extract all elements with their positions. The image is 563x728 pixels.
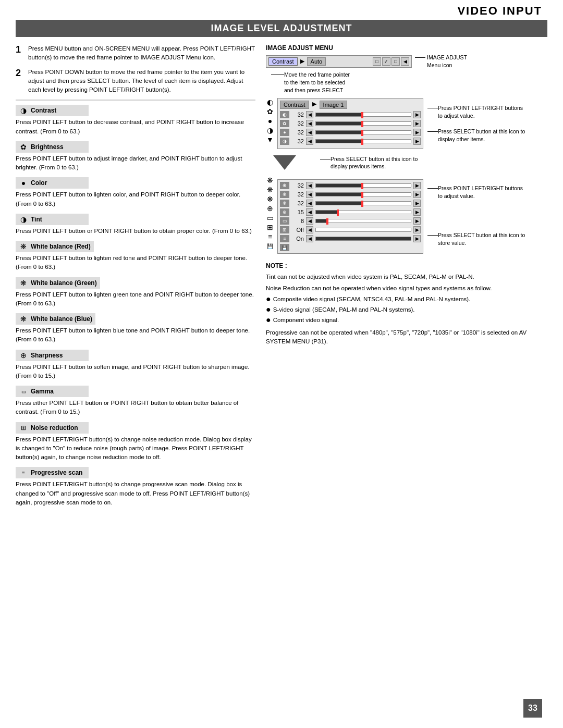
tint-icon: ◑: [19, 215, 28, 224]
progressive-scan-icon: ≡: [19, 468, 28, 477]
nav-icon-b3[interactable]: ❋: [266, 195, 274, 203]
row-dec-btn-0[interactable]: ◀: [306, 111, 313, 118]
row-dec-b2[interactable]: ◀: [306, 200, 313, 207]
row-dec-b5[interactable]: ◀: [306, 226, 313, 233]
row-dec-btn-1[interactable]: ◀: [306, 120, 313, 127]
menu-btn-3[interactable]: □: [391, 57, 400, 66]
item-progressive-scan: ≡ Progressive scan Press POINT LEFT/RIGH…: [16, 467, 255, 507]
nav-icon-1[interactable]: ◐: [266, 98, 274, 106]
row-inc-b5[interactable]: ▶: [413, 226, 421, 233]
contrast-icon: ◑: [19, 106, 28, 115]
row-dec-b6[interactable]: ◀: [306, 235, 313, 242]
item-tint: ◑ Tint Press POINT LEFT button or POINT …: [16, 214, 255, 236]
row-inc-b1[interactable]: ▶: [413, 191, 421, 198]
menu-btn-4[interactable]: ◀: [401, 57, 409, 66]
row-dec-b4[interactable]: ◀: [306, 217, 313, 225]
nav-icon-2[interactable]: ✿: [266, 107, 274, 116]
store-icon[interactable]: 💾: [280, 244, 289, 251]
bullet-text-2: Component video signal.: [273, 316, 339, 325]
row-inc-b4[interactable]: ▶: [413, 217, 421, 225]
gamma-label: Gamma: [31, 388, 54, 395]
note-line-0: Tint can not be adjusted when video syst…: [266, 273, 547, 281]
nav-icon-b4[interactable]: ⊕: [266, 204, 274, 213]
row-value-b5: Off: [291, 227, 304, 233]
noise-reduction-icon: ⊞: [19, 423, 28, 433]
nav-icon-b8[interactable]: 💾: [266, 242, 274, 250]
item-white-green: ❋ White balance (Green) Press POINT LEFT…: [16, 277, 255, 309]
row-dec-b3[interactable]: ◀: [306, 208, 313, 216]
row-inc-btn-0[interactable]: ▶: [413, 111, 421, 118]
brightness-label: Brightness: [31, 143, 64, 151]
nav-icon-4[interactable]: ◑: [266, 126, 274, 134]
row-icon-b5: ⊞: [280, 226, 289, 233]
row-bar-b3: [315, 210, 411, 214]
bullet-1: ● S-video signal (SECAM, PAL-M and PAL-N…: [266, 305, 547, 314]
row-dec-b1[interactable]: ◀: [306, 191, 313, 198]
adjust-row-b3: ⊕ 15 ◀ ▶: [280, 208, 421, 216]
row-icon-2: ●: [280, 129, 289, 136]
white-red-icon: ❋: [19, 242, 28, 251]
sharpness-label: Sharpness: [31, 352, 63, 359]
row-icon-b1: ❋: [280, 191, 289, 198]
step-2-text: Press POINT DOWN button to move the red …: [28, 68, 255, 95]
row-dec-btn-2[interactable]: ◀: [306, 129, 313, 136]
note-line-1: Noise Reduction can not be operated when…: [266, 284, 547, 293]
contrast-desc: Press POINT LEFT button to decrease cont…: [16, 118, 255, 136]
noise-reduction-label: Noise reduction: [31, 424, 78, 431]
nav-icon-b6[interactable]: ⊞: [266, 223, 274, 231]
adjust-row-b0: ❋ 32 ◀ ▶: [280, 182, 421, 189]
adjust-row-1: ✿ 32 ◀ ▶: [280, 120, 421, 127]
nav-icon-5[interactable]: ▼: [266, 135, 274, 144]
bullet-0: ● Composite video signal (SECAM, NTSC4.4…: [266, 295, 547, 304]
row-bar-3: [315, 139, 411, 143]
row-value-b6: On: [291, 236, 304, 242]
nav-icon-b1[interactable]: ❋: [266, 176, 274, 184]
item-sharpness: ⊕ Sharpness Press POINT LEFT button to s…: [16, 350, 255, 381]
item-contrast: ◑ Contrast Press POINT LEFT button to de…: [16, 105, 255, 136]
menu-auto-tab[interactable]: Auto: [307, 57, 326, 66]
row-inc-b6[interactable]: ▶: [413, 235, 421, 242]
row-icon-1: ✿: [280, 120, 289, 127]
row-value-b2: 32: [291, 200, 304, 206]
bullet-text-0: Composite video signal (SECAM, NTSC4.43,…: [273, 295, 471, 304]
row-dec-btn-3[interactable]: ◀: [306, 138, 313, 145]
row-inc-b0[interactable]: ▶: [413, 182, 421, 189]
row-inc-btn-3[interactable]: ▶: [413, 138, 421, 145]
row-icon-0: ◐: [280, 111, 289, 118]
row-bar-b5: [315, 228, 411, 232]
sharpness-desc: Press POINT LEFT button to soften image,…: [16, 363, 255, 381]
white-blue-desc: Press POINT LEFT button to lighten blue …: [16, 326, 255, 344]
callout-select-prev: Press SELECT button at this icon to disp…: [331, 155, 418, 170]
row-icon-b0: ❋: [280, 182, 289, 189]
callout-select-next: Press SELECT button at this icon to disp…: [438, 128, 525, 143]
row-inc-b2[interactable]: ▶: [413, 200, 421, 207]
tint-desc: Press POINT LEFT button or POINT RIGHT b…: [16, 227, 255, 236]
row-inc-b3[interactable]: ▶: [413, 208, 421, 216]
nav-icon-3[interactable]: ●: [266, 117, 274, 125]
brightness-icon: ✿: [19, 142, 28, 152]
menu-btn-1[interactable]: □: [373, 57, 381, 66]
callout-lr-buttons: Press POINT LEFT/RIGHT buttons to adjust…: [438, 104, 523, 119]
white-blue-label: White balance (Blue): [31, 315, 92, 323]
row-inc-btn-2[interactable]: ▶: [413, 129, 421, 136]
nav-icon-b2[interactable]: ❋: [266, 186, 274, 194]
nav-icon-b7[interactable]: ≡: [266, 232, 274, 241]
row-inc-btn-1[interactable]: ▶: [413, 120, 421, 127]
image-adjust-icon-label: IMAGE ADJUST Menu icon: [427, 54, 467, 69]
bullet-2: ● Component video signal.: [266, 316, 547, 325]
progressive-note: Progressive can not be operated when "48…: [266, 328, 547, 347]
menu-btn-2[interactable]: ✓: [382, 57, 390, 66]
adjust-row-2: ● 32 ◀ ▶: [280, 129, 421, 136]
color-label: Color: [31, 179, 47, 187]
row-dec-b0[interactable]: ◀: [306, 182, 313, 189]
right-column: IMAGE ADJUST MENU Contrast ▶ Auto □ ✓ □ …: [266, 44, 547, 512]
note-section: NOTE : Tint can not be adjusted when vid…: [266, 261, 547, 346]
row-value-b1: 32: [291, 191, 304, 198]
nav-icon-b5[interactable]: ▭: [266, 214, 274, 222]
menu-contrast-tab[interactable]: Contrast: [268, 57, 298, 66]
brightness-desc: Press POINT LEFT button to adjust image …: [16, 154, 255, 172]
progressive-scan-desc: Press POINT LEFT/RIGHT button(s) to chan…: [16, 480, 255, 507]
step-1: 1 Press MENU button and ON-SCREEN MENU w…: [16, 44, 255, 63]
row-bar-b2: [315, 201, 411, 205]
item-white-blue: ❋ White balance (Blue) Press POINT LEFT …: [16, 313, 255, 344]
